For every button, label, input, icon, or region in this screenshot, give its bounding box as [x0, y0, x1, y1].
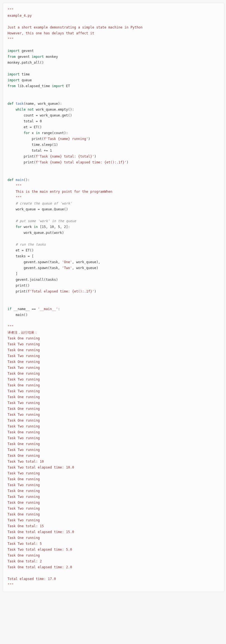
keyword-while: while — [16, 108, 26, 111]
code-line: monkey.patch_all() — [8, 61, 44, 65]
keyword-import: import — [52, 84, 64, 88]
keyword-import: import — [8, 78, 20, 82]
code-text: ) — [94, 289, 96, 293]
code-text: print( — [8, 155, 36, 158]
keyword-in: in — [34, 225, 38, 229]
code-text: total += — [8, 149, 50, 153]
comment: # put some 'work' in the queue — [8, 219, 76, 223]
string: f'Task {name} running' — [44, 137, 88, 141]
code-block: """ example_4.py Just a short example de… — [3, 3, 224, 592]
code-text — [8, 225, 16, 229]
module-name: time — [22, 72, 30, 76]
docstring-close: """ — [8, 583, 14, 587]
docstring-open: """ — [8, 8, 14, 12]
code-text: work_queue.empty(): — [34, 108, 74, 111]
number: 1 — [50, 149, 52, 153]
number-list: 15, 10, 5, 2 — [42, 225, 66, 229]
code-text: x — [30, 131, 36, 135]
code-text: [ — [38, 225, 42, 229]
import-name: monkey — [46, 55, 58, 59]
keyword-for: for — [24, 131, 30, 135]
function-name: main — [16, 178, 24, 182]
output-lines: Task One running Task Two running Task O… — [8, 336, 74, 581]
module-name: gevent — [22, 49, 34, 53]
string: 'One' — [62, 260, 72, 264]
string: 'Two' — [62, 266, 72, 270]
import-name: ET — [66, 84, 70, 88]
docstring-line: This is the main entry point for the pro… — [8, 190, 112, 194]
docstring-line: """ — [8, 184, 22, 188]
code-text: __name__ == — [11, 307, 38, 311]
code-line: count = work_queue.get() — [8, 113, 72, 117]
code-line: main() — [8, 313, 28, 317]
keyword-for: for — [16, 225, 22, 229]
keyword-import: import — [8, 49, 20, 53]
function-name: task — [16, 102, 24, 106]
code-line: print() — [8, 284, 30, 287]
comment: # create the queue of 'work' — [8, 201, 72, 205]
code-line: work_queue = queue.Queue() — [8, 207, 68, 211]
function-args: (name, work_queue): — [24, 102, 62, 106]
keyword-import: import — [32, 55, 44, 59]
code-text: gevent.spawn(task, — [8, 266, 62, 270]
keyword-in: in — [36, 131, 40, 135]
docstring-line: However, this one has delays that affect… — [8, 31, 94, 35]
keyword-not: not — [28, 108, 34, 111]
string: '__main__' — [38, 307, 58, 311]
keyword-def: def — [8, 102, 14, 106]
docstring-open: """ — [8, 325, 14, 329]
string: f'Task {name} total: {total}' — [36, 155, 94, 158]
keyword-def: def — [8, 178, 14, 182]
code-text: ) — [88, 137, 90, 141]
code-text: ) — [56, 143, 58, 147]
keyword-if: if — [8, 307, 11, 311]
code-text: ) — [126, 160, 128, 164]
string: f'Task {name} total elapsed time: {et():… — [36, 160, 126, 164]
docstring-line: """ — [8, 196, 22, 199]
code-line: work_queue.put(work) — [8, 231, 64, 235]
code-line: tasks = [ — [8, 254, 34, 258]
code-line: total = — [8, 119, 40, 123]
code-text: work — [22, 225, 34, 229]
code-text: range(count): — [40, 131, 68, 135]
code-text: , work_queue), — [72, 260, 100, 264]
module-name: queue — [22, 78, 32, 82]
module-name: lib.elapsed_time — [18, 84, 50, 88]
output-title: 译者注，运行结果： — [8, 331, 38, 334]
code-text: ]: — [66, 225, 70, 229]
module-name: gevent — [18, 55, 30, 59]
docstring-line: example_4.py — [8, 14, 32, 18]
docstring-line: Just a short example demonstrating a sim… — [8, 25, 143, 29]
keyword-from: from — [8, 55, 16, 59]
function-args: (): — [24, 178, 30, 182]
code-text: time.sleep( — [8, 143, 54, 147]
code-text: , work_queue) — [72, 266, 98, 270]
keyword-import: import — [8, 72, 20, 76]
code-text: ) — [94, 155, 96, 158]
code-line: gevent.joinall(tasks) — [8, 278, 58, 282]
keyword-from: from — [8, 84, 16, 88]
code-text: : — [58, 307, 60, 311]
code-text: print( — [8, 289, 28, 293]
code-text: gevent.spawn(task, — [8, 260, 62, 264]
docstring-close: """ — [8, 37, 14, 41]
code-line: et = ET() — [8, 248, 34, 252]
code-text: print( — [8, 160, 36, 164]
string: f'Total elapsed time: {et():.1f}' — [28, 289, 94, 293]
code-text: print( — [8, 137, 44, 141]
code-line: et = ET() — [8, 125, 42, 129]
comment: # run the tasks — [8, 243, 46, 246]
number: 0 — [40, 119, 42, 123]
code-line: ] — [8, 272, 18, 276]
